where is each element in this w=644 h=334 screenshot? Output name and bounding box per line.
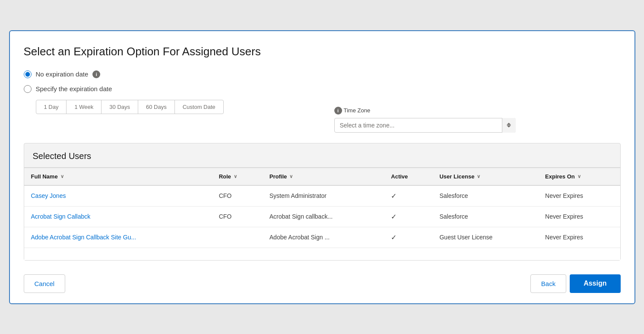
table-header-row: Full Name ∨ Role ∨ Profi [24, 168, 620, 185]
cancel-button[interactable]: Cancel [24, 274, 66, 293]
row3-full-name[interactable]: Adobe Acrobat Sign Callback Site Gu... [24, 227, 212, 248]
row3-user-license: Guest User License [432, 227, 538, 248]
expiry-options-grid: 1 Day 1 Week 30 Days 60 Days Custom Date… [24, 100, 621, 134]
modal-container: Select an Expiration Option For Assigned… [9, 30, 635, 304]
no-expiration-info-icon: i [92, 70, 100, 78]
no-expiration-row: No expiration date i [24, 70, 621, 78]
date-btn-30days[interactable]: 30 Days [101, 100, 138, 114]
row2-profile: Acrobat Sign callback... [263, 206, 384, 227]
col-active: Active [384, 168, 432, 185]
selected-users-title: Selected Users [24, 143, 620, 167]
table-body: Casey Jones CFO System Administrator ✓ S… [24, 185, 620, 260]
table-row: Casey Jones CFO System Administrator ✓ S… [24, 185, 620, 207]
timezone-section: i Time Zone Select a time zone... [322, 100, 621, 134]
row1-full-name[interactable]: Casey Jones [24, 185, 212, 207]
date-btn-custom[interactable]: Custom Date [174, 100, 224, 114]
expiration-options: No expiration date i Specify the expirat… [24, 70, 621, 134]
assign-button[interactable]: Assign [570, 274, 620, 293]
role-sort-icon[interactable]: ∨ [234, 174, 237, 179]
row2-expires-on: Never Expires [538, 206, 620, 227]
timezone-select-wrapper: Select a time zone... [334, 118, 516, 133]
full-name-sort-icon[interactable]: ∨ [60, 174, 64, 179]
row1-role: CFO [212, 185, 263, 207]
row3-expires-on: Never Expires [538, 227, 620, 248]
col-profile: Profile ∨ [263, 168, 384, 185]
table-wrapper: Full Name ∨ Role ∨ Profi [24, 168, 620, 260]
modal-title: Select an Expiration Option For Assigned… [24, 45, 621, 58]
specify-expiration-label[interactable]: Specify the expiration date [36, 85, 112, 92]
row1-user-license: Salesforce [432, 185, 538, 207]
timezone-row: i Time Zone [334, 103, 621, 115]
row3-profile: Adobe Acrobat Sign ... [263, 227, 384, 248]
row3-active: ✓ [384, 227, 432, 248]
timezone-select-row: Select a time zone... [334, 118, 621, 133]
date-btn-1day[interactable]: 1 Day [36, 100, 67, 114]
row1-profile: System Administrator [263, 185, 384, 207]
row2-user-license: Salesforce [432, 206, 538, 227]
row2-active: ✓ [384, 206, 432, 227]
col-expires-on: Expires On ∨ [538, 168, 620, 185]
footer-right: Back Assign [530, 274, 621, 293]
specify-expiration-row: Specify the expiration date [24, 85, 621, 93]
table-row: Adobe Acrobat Sign Callback Site Gu... A… [24, 227, 620, 248]
col-full-name: Full Name ∨ [24, 168, 212, 185]
specify-expiration-radio[interactable] [24, 85, 32, 93]
no-expiration-label[interactable]: No expiration date [36, 70, 89, 78]
row1-expires-on: Never Expires [538, 185, 620, 207]
users-table: Full Name ∨ Role ∨ Profi [24, 168, 620, 260]
user-license-sort-icon[interactable]: ∨ [477, 174, 480, 179]
timezone-info-icon: i [334, 107, 342, 115]
no-expiration-radio[interactable] [24, 70, 32, 78]
row2-role: CFO [212, 206, 263, 227]
empty-row [24, 248, 620, 260]
timezone-label: i Time Zone [334, 107, 371, 115]
date-buttons-row: 1 Day 1 Week 30 Days 60 Days Custom Date [36, 100, 305, 114]
footer-row: Cancel Back Assign [24, 271, 621, 293]
col-user-license: User License ∨ [432, 168, 538, 185]
back-button[interactable]: Back [530, 274, 566, 293]
date-btn-60days[interactable]: 60 Days [138, 100, 175, 114]
row2-full-name[interactable]: Acrobat Sign Callabck [24, 206, 212, 227]
table-row: Acrobat Sign Callabck CFO Acrobat Sign c… [24, 206, 620, 227]
profile-sort-icon[interactable]: ∨ [289, 174, 293, 179]
row3-role [212, 227, 263, 248]
timezone-select[interactable]: Select a time zone... [334, 118, 516, 133]
row1-active: ✓ [384, 185, 432, 207]
expires-on-sort-icon[interactable]: ∨ [577, 174, 581, 179]
date-buttons-section: 1 Day 1 Week 30 Days 60 Days Custom Date [24, 100, 322, 134]
date-btn-1week[interactable]: 1 Week [66, 100, 102, 114]
table-header: Full Name ∨ Role ∨ Profi [24, 168, 620, 185]
footer-left: Cancel [24, 274, 66, 293]
selected-users-section: Selected Users Full Name ∨ Role [24, 143, 621, 261]
col-role: Role ∨ [212, 168, 263, 185]
